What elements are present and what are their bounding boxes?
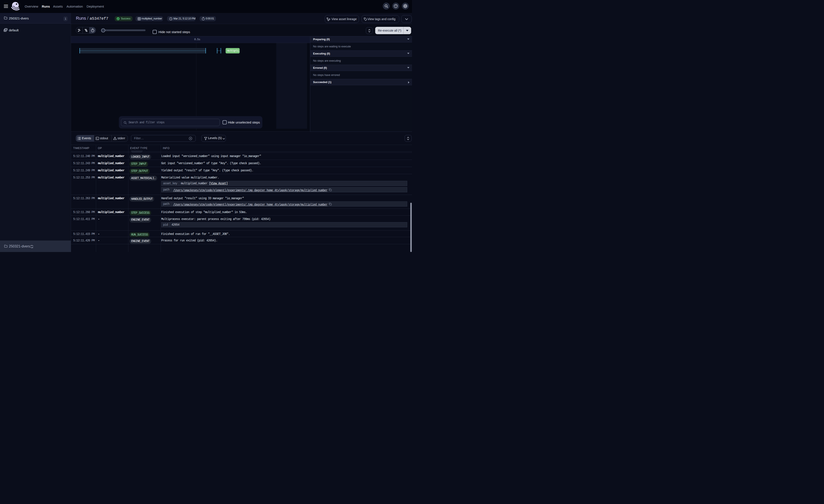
svg-text:?: ?: [395, 5, 396, 7]
